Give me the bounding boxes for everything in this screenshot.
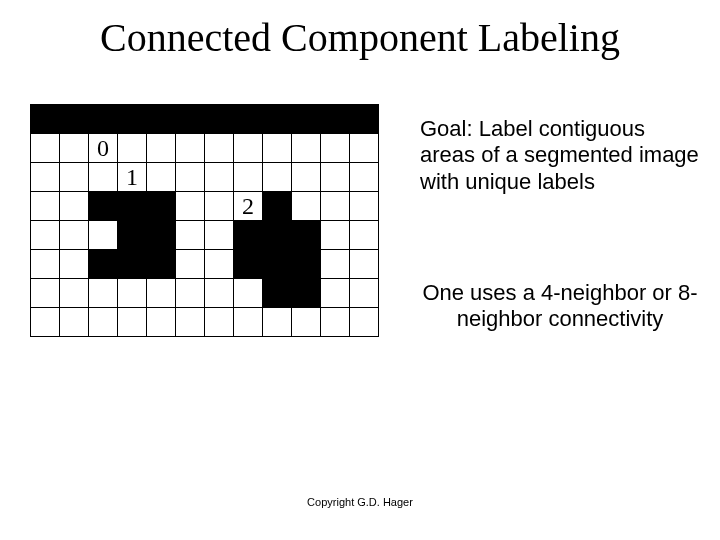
grid-cell bbox=[118, 192, 147, 221]
grid-cell bbox=[350, 192, 379, 221]
grid-cell bbox=[89, 279, 118, 308]
grid-cell bbox=[89, 250, 118, 279]
grid-cell bbox=[350, 105, 379, 134]
grid-cell bbox=[147, 221, 176, 250]
grid-cell bbox=[60, 221, 89, 250]
grid-cell bbox=[292, 134, 321, 163]
grid-cell bbox=[292, 279, 321, 308]
grid-cell bbox=[292, 221, 321, 250]
grid-cell bbox=[176, 105, 205, 134]
grid-cell bbox=[60, 308, 89, 337]
grid-cell bbox=[234, 250, 263, 279]
grid-cell bbox=[350, 308, 379, 337]
goal-text: Goal: Label contiguous areas of a segmen… bbox=[420, 116, 700, 195]
grid-cell bbox=[321, 192, 350, 221]
grid-cell bbox=[31, 308, 60, 337]
grid-cell bbox=[263, 221, 292, 250]
grid-cell bbox=[234, 279, 263, 308]
grid-cell bbox=[118, 250, 147, 279]
grid-cell bbox=[321, 163, 350, 192]
grid-cell bbox=[147, 192, 176, 221]
grid-cell bbox=[89, 105, 118, 134]
grid-cell bbox=[321, 250, 350, 279]
grid-cell bbox=[31, 105, 60, 134]
grid-cell bbox=[60, 105, 89, 134]
grid-cell bbox=[31, 250, 60, 279]
grid-row bbox=[31, 105, 379, 134]
grid-cell bbox=[147, 163, 176, 192]
grid-row: 0 bbox=[31, 134, 379, 163]
grid-cell bbox=[60, 279, 89, 308]
grid-row: 2 bbox=[31, 192, 379, 221]
grid-cell bbox=[321, 279, 350, 308]
grid-cell bbox=[31, 279, 60, 308]
grid-cell-label-2: 2 bbox=[234, 192, 263, 221]
grid-cell bbox=[263, 308, 292, 337]
grid-cell bbox=[263, 163, 292, 192]
grid-cell bbox=[176, 308, 205, 337]
grid-cell-label-1: 1 bbox=[118, 163, 147, 192]
grid-cell bbox=[89, 163, 118, 192]
grid-cell bbox=[321, 221, 350, 250]
grid-cell bbox=[147, 105, 176, 134]
grid-cell bbox=[205, 163, 234, 192]
grid-cell bbox=[31, 221, 60, 250]
grid-cell bbox=[147, 308, 176, 337]
grid-row bbox=[31, 250, 379, 279]
grid-cell bbox=[205, 105, 234, 134]
grid-cell bbox=[205, 279, 234, 308]
grid-cell bbox=[292, 308, 321, 337]
grid-cell bbox=[118, 308, 147, 337]
grid-cell bbox=[60, 250, 89, 279]
grid-cell bbox=[89, 308, 118, 337]
connectivity-text: One uses a 4-neighbor or 8-neighbor conn… bbox=[420, 280, 700, 333]
grid-cell bbox=[263, 105, 292, 134]
grid-cell bbox=[60, 163, 89, 192]
copyright-text: Copyright G.D. Hager bbox=[0, 496, 720, 508]
grid-cell bbox=[118, 221, 147, 250]
grid-cell bbox=[292, 192, 321, 221]
grid-table: 0 1 2 bbox=[30, 104, 379, 337]
grid-cell bbox=[292, 250, 321, 279]
grid-row bbox=[31, 279, 379, 308]
grid-cell bbox=[321, 308, 350, 337]
slide-title: Connected Component Labeling bbox=[0, 14, 720, 61]
grid-cell bbox=[321, 105, 350, 134]
grid-cell bbox=[89, 221, 118, 250]
grid-cell bbox=[176, 279, 205, 308]
grid-cell bbox=[118, 134, 147, 163]
grid-cell bbox=[205, 134, 234, 163]
slide: Connected Component Labeling 0 1 2 bbox=[0, 0, 720, 540]
grid-cell bbox=[205, 250, 234, 279]
grid-cell bbox=[292, 163, 321, 192]
grid-cell bbox=[350, 221, 379, 250]
grid-cell bbox=[263, 134, 292, 163]
grid-cell bbox=[350, 279, 379, 308]
grid-cell-label-0: 0 bbox=[89, 134, 118, 163]
grid-cell bbox=[234, 308, 263, 337]
grid-cell bbox=[176, 192, 205, 221]
grid-row: 1 bbox=[31, 163, 379, 192]
grid-cell bbox=[234, 105, 263, 134]
grid-cell bbox=[176, 250, 205, 279]
grid-cell bbox=[147, 134, 176, 163]
grid-cell bbox=[234, 221, 263, 250]
grid-cell bbox=[350, 163, 379, 192]
grid-cell bbox=[176, 134, 205, 163]
grid-cell bbox=[118, 279, 147, 308]
grid-cell bbox=[205, 221, 234, 250]
grid-cell bbox=[31, 192, 60, 221]
grid-cell bbox=[234, 134, 263, 163]
grid-row bbox=[31, 221, 379, 250]
grid-cell bbox=[205, 308, 234, 337]
labeling-grid: 0 1 2 bbox=[30, 104, 379, 337]
grid-row bbox=[31, 308, 379, 337]
grid-cell bbox=[263, 250, 292, 279]
grid-cell bbox=[205, 192, 234, 221]
grid-cell bbox=[89, 192, 118, 221]
grid-cell bbox=[234, 163, 263, 192]
grid-cell bbox=[321, 134, 350, 163]
grid-cell bbox=[118, 105, 147, 134]
grid-cell bbox=[147, 250, 176, 279]
grid-cell bbox=[292, 105, 321, 134]
